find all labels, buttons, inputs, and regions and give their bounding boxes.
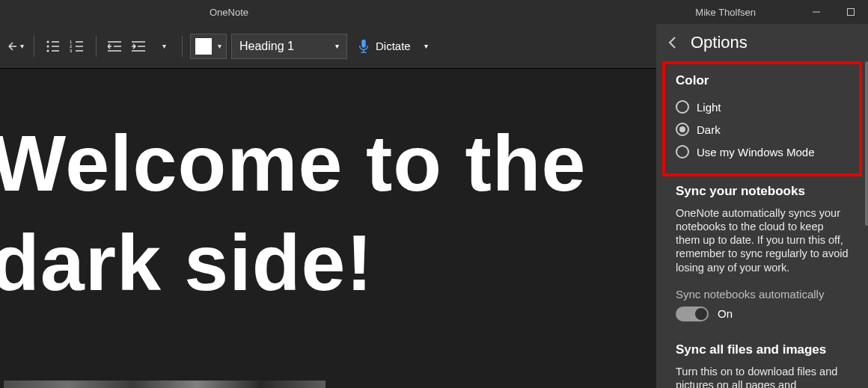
outdent-button[interactable] (104, 34, 126, 59)
dictate-label: Dictate (376, 40, 411, 52)
indent-button[interactable] (128, 34, 150, 59)
radio-icon (676, 100, 689, 114)
radio-light[interactable]: Light (676, 96, 849, 118)
window-controls (799, 0, 868, 24)
options-panel: Options Color Light Dark Use my Windows … (656, 24, 868, 388)
sync-title: Sync your notebooks (676, 184, 849, 199)
sync-toggle[interactable] (676, 307, 709, 321)
style-select-value: Heading 1 (239, 40, 294, 53)
maximize-button[interactable] (834, 0, 868, 24)
embedded-image[interactable] (4, 381, 326, 388)
svg-rect-20 (361, 39, 365, 47)
radio-label: Dark (697, 123, 721, 136)
svg-rect-1 (848, 9, 855, 16)
svg-text:3: 3 (70, 49, 73, 53)
sync-desc: OneNote automatically syncs your noteboo… (676, 206, 849, 274)
scrollbar-thumb[interactable] (865, 61, 868, 226)
sync-files-desc: Turn this on to download files and pictu… (676, 365, 849, 388)
microphone-icon (358, 39, 370, 54)
page-canvas[interactable]: Welcome to the dark side! (0, 69, 656, 388)
paragraph-more-button[interactable]: ▾ (152, 34, 174, 59)
user-name[interactable]: Mike Tholfsen (695, 7, 756, 18)
sync-files-title: Sync all files and images (676, 342, 849, 357)
dictate-button[interactable]: Dictate ▾ (352, 34, 434, 59)
undo-split-button[interactable]: ▾ (4, 34, 26, 59)
options-scrollbar[interactable] (864, 61, 868, 383)
sync-section: Sync your notebooks OneNote automaticall… (676, 184, 849, 321)
minimize-button[interactable] (799, 0, 834, 24)
style-select[interactable]: Heading 1 ▾ (231, 34, 347, 59)
color-section-title: Color (676, 73, 849, 88)
radio-label: Light (697, 101, 721, 114)
highlight-color-button[interactable]: ▾ (190, 34, 227, 59)
radio-dark[interactable]: Dark (676, 118, 849, 141)
radio-windows-mode[interactable]: Use my Windows Mode (676, 141, 849, 163)
page-heading-text[interactable]: Welcome to the dark side! (0, 114, 656, 312)
sync-toggle-state: On (718, 307, 733, 320)
color-section-highlight: Color Light Dark Use my Windows Mode (662, 61, 862, 176)
radio-label: Use my Windows Mode (697, 146, 815, 158)
sync-toggle-label: Sync notebooks automatically (676, 288, 849, 301)
window-titlebar: OneNote Mike Tholfsen (0, 0, 868, 24)
options-header: Options (656, 24, 868, 61)
app-title: OneNote (210, 7, 248, 18)
svg-point-2 (47, 40, 49, 43)
sync-files-section: Sync all files and images Turn this on t… (676, 342, 849, 388)
back-icon[interactable] (665, 35, 680, 50)
radio-icon-selected (676, 123, 689, 136)
svg-point-4 (47, 45, 49, 47)
svg-point-6 (47, 49, 49, 52)
radio-icon (676, 145, 689, 158)
toggle-knob (695, 308, 707, 320)
bullet-list-button[interactable] (42, 34, 64, 59)
options-title: Options (691, 33, 748, 52)
color-swatch-white (195, 38, 212, 55)
numbered-list-button[interactable]: 1 2 3 (66, 34, 88, 59)
